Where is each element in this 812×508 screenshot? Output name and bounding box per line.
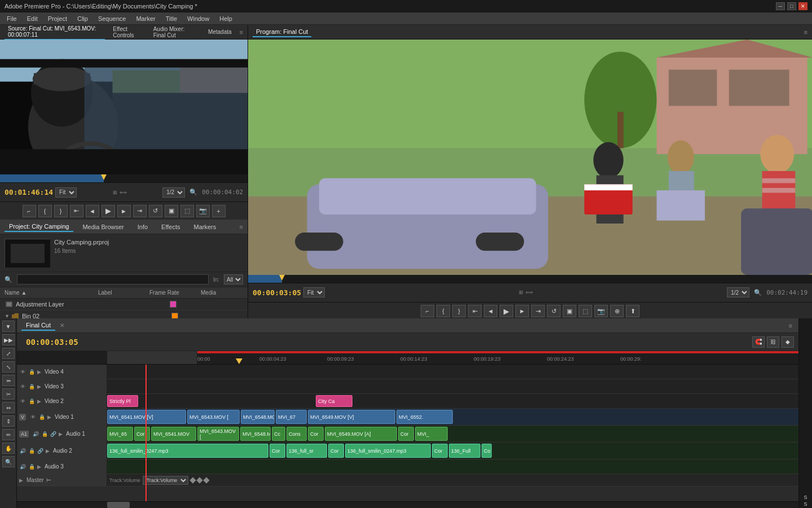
source-tab[interactable]: Source: Final Cut: MVI_6543.MOV: 00:00:0… [5,24,105,40]
clip-136-1[interactable]: 136_full_smilin_0247.mp3 [107,444,268,458]
program-camera[interactable]: 📷 [594,305,608,317]
clip-co[interactable]: Co [482,444,492,458]
clip-136-sr[interactable]: 136_full_sr [286,444,327,458]
col-name[interactable]: Name ▲ [0,288,94,297]
hand-tool[interactable]: ✋ [2,443,15,454]
clip-mvi6549v[interactable]: MVI_6549.MOV [V] [308,410,395,424]
a2-lock[interactable]: 🔒 [28,448,35,454]
v1-visibility[interactable]: 👁 [29,414,36,421]
zoom-tool[interactable]: 🔍 [2,456,15,467]
menu-project[interactable]: Project [43,14,72,23]
selection-tool[interactable]: ▼ [2,321,15,332]
menu-file[interactable]: File [2,14,21,23]
audio-meter-s2[interactable]: S [804,501,807,507]
track-select-tool[interactable]: ▶▶ [2,334,15,345]
program-in-point[interactable]: ⌐ [421,305,434,317]
program-last-frame[interactable]: ⇥ [531,305,545,317]
linked-selection[interactable]: ⛓ [767,336,779,348]
a1-lock[interactable]: 🔒 [41,431,48,437]
a3-content[interactable] [107,459,798,474]
source-add-marker[interactable]: + [212,205,226,217]
v4-lock[interactable]: 🔒 [28,369,35,375]
search-input[interactable] [17,274,209,284]
menu-edit[interactable]: Edit [23,14,42,23]
source-step-forward[interactable]: ► [117,205,131,217]
v1-content[interactable]: MVI_6541.MOV [V] MVI_6543.MOV [ MVI_6548… [107,409,798,425]
program-play[interactable]: ▶ [500,305,513,317]
timeline-tab[interactable]: Final Cut [21,321,55,331]
add-marker[interactable]: ◆ [782,336,794,348]
a3-mute[interactable]: 🔊 [19,463,26,470]
minimize-button[interactable]: ─ [776,2,785,10]
timeline-scrollbar[interactable] [17,501,798,508]
program-add-to-seq[interactable]: ⊕ [610,305,624,317]
source-in-point[interactable]: ⌐ [23,205,36,217]
source-output[interactable]: ⬚ [180,205,194,217]
source-camera[interactable]: 📷 [196,205,210,217]
source-play[interactable]: ▶ [102,205,115,217]
clip-mvi4[interactable]: MVI_ [415,427,448,441]
source-first-frame[interactable]: ⇤ [70,205,83,217]
clip-cor6[interactable]: Cor [432,444,448,458]
program-menu-icon[interactable]: ≡ [804,29,807,36]
a2-sync[interactable]: 🔗 [37,448,43,454]
clip-136-full[interactable]: 136_Full [449,444,480,458]
clip-mvi65a[interactable]: MVI_65 [107,427,133,441]
source-last-frame[interactable]: ⇥ [133,205,147,217]
a1-expand[interactable]: ▶ [59,431,63,437]
razor-tool[interactable]: ✂ [2,388,15,400]
v4-visibility[interactable]: 👁 [19,369,26,375]
audio-mixer-tab[interactable]: Audio Mixer: Final Cut [150,25,200,40]
clip-cor2[interactable]: Cor [308,427,324,441]
v3-lock[interactable]: 🔒 [28,383,35,390]
a2-mute[interactable]: 🔊 [19,448,26,454]
menu-marker[interactable]: Marker [131,14,160,23]
v2-expand[interactable]: ▶ [37,398,41,404]
clip-mvi6548a[interactable]: MVI_6548.MO [240,427,271,441]
source-safe-margin[interactable]: ▣ [165,205,178,217]
source-loop[interactable]: ↺ [149,205,162,217]
col-media[interactable]: Media [196,288,248,297]
rate-stretch-tool[interactable]: ⤗ [2,375,15,386]
clip-mvi6541a[interactable]: MVI_6541.MOV [151,427,196,441]
v2-visibility[interactable]: 👁 [19,398,26,405]
in-select[interactable]: All [224,274,243,284]
slide-tool[interactable]: ⇕ [2,415,15,427]
menu-window[interactable]: Window [183,14,214,23]
clip-cor1[interactable]: Cor [134,427,150,441]
menu-sequence[interactable]: Sequence [94,14,131,23]
program-zoom-select[interactable]: Fit [303,287,325,297]
a3-expand[interactable]: ▶ [37,464,41,470]
source-prev-frame[interactable]: { [38,205,52,217]
audio-meter-s1[interactable]: S [804,494,807,500]
a1-mute[interactable]: 🔊 [32,431,39,437]
effects-tab[interactable]: Effects [157,222,184,231]
v3-content[interactable] [107,379,798,393]
program-safe-margin[interactable]: ▣ [563,305,576,317]
program-scale-select[interactable]: 1/2 [727,287,749,297]
clip-city-ca[interactable]: City Ca [316,395,352,407]
v1-lock[interactable]: 🔒 [38,414,45,421]
v1-expand[interactable]: ▶ [47,414,51,420]
monitor-menu-icon[interactable]: ≡ [240,29,243,36]
snap-button[interactable]: 🧲 [752,336,765,348]
clip-mvi6548v[interactable]: MVI_6548.MO [241,410,275,424]
v3-expand[interactable]: ▶ [37,384,41,389]
v2-content[interactable]: Strictly Pl City Ca [107,394,798,408]
master-expand[interactable]: ▶ [19,478,23,483]
a1-content[interactable]: MVI_65 Cor MVI_6541.MOV MVI_6543.MOV [ M… [107,426,798,442]
timeline-menu-icon[interactable]: ≡ [787,322,794,329]
col-label[interactable]: Label [94,288,145,297]
clip-mvi6543a[interactable]: MVI_6543.MOV [ [197,427,239,441]
close-button[interactable]: ✕ [798,2,807,10]
clip-strictly-pl[interactable]: Strictly Pl [107,395,138,407]
source-zoom-select[interactable]: Fit [55,187,77,198]
program-step-back[interactable]: ◄ [484,305,497,317]
source-step-back[interactable]: ◄ [86,205,99,217]
project-tab[interactable]: Project: City Camping [5,222,73,232]
list-item[interactable]: Adjustment Layer [0,299,248,310]
v4-content[interactable] [107,365,798,379]
clip-cons[interactable]: Cons [286,427,307,441]
a2-content[interactable]: 136_full_smilin_0247.mp3 Cor 136_full_sr… [107,443,798,459]
program-output[interactable]: ⬚ [579,305,592,317]
